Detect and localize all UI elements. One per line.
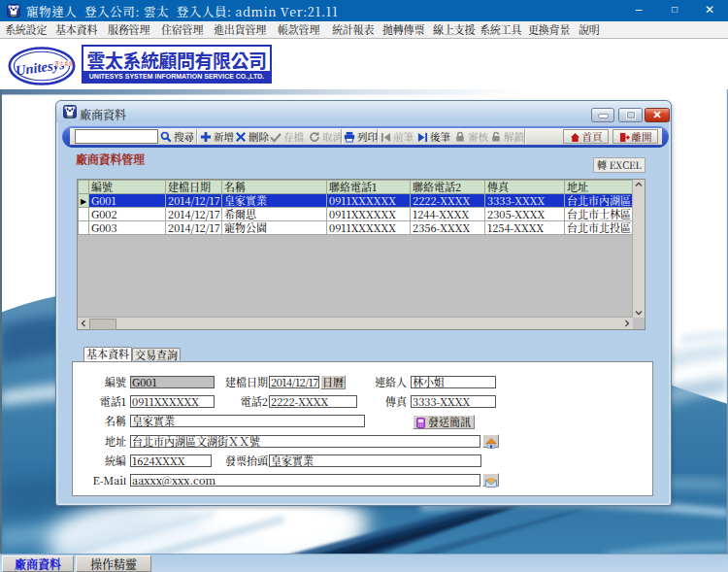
svg-text:雲太系統: 雲太系統 (54, 59, 75, 67)
